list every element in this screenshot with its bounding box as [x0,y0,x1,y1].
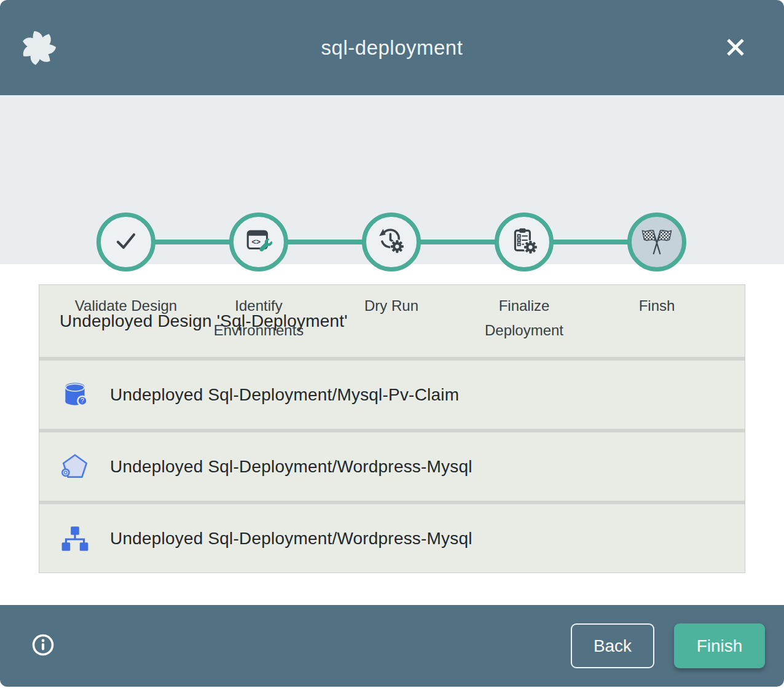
step-finish[interactable]: Finsh [590,213,723,343]
status-text: Undeployed Sql-Deployment/Wordpress-Mysq… [110,529,472,549]
modal-header: sql-deployment [0,0,784,95]
info-circle-icon [31,633,55,659]
status-row-wordpress-mysql-pod: Undeployed Sql-Deployment/Wordpress-Mysq… [39,429,745,501]
status-text: Undeployed Sql-Deployment/Mysql-Pv-Claim [110,385,459,405]
wizard-stepper: Validate Design <> I [0,95,784,264]
history-gear-icon [376,225,407,259]
step-dry-run[interactable]: Dry Run [325,213,458,343]
close-icon [723,34,748,62]
check-icon [111,226,141,258]
status-row-wordpress-mysql-tree: Undeployed Sql-Deployment/Wordpress-Mysq… [39,501,745,572]
svg-text:<>: <> [252,238,261,246]
database-question-icon: ? [60,380,90,410]
finish-button[interactable]: Finish [674,623,765,668]
tree-hierarchy-icon [60,523,90,554]
modal-footer: Back Finish [0,605,784,687]
step-finalize-deployment[interactable]: Finalize Deployment [458,213,590,343]
clipboard-gear-icon [509,225,539,259]
nirmata-spiral-logo-icon [20,29,57,66]
pod-pentagon-icon [60,451,90,482]
deployment-wizard-modal: sql-deployment Validate Design [0,0,784,691]
close-button[interactable] [721,34,750,62]
info-button[interactable] [31,634,55,658]
step-validate-design[interactable]: Validate Design [60,213,192,343]
modal-title: sql-deployment [0,36,784,60]
status-text: Undeployed Sql-Deployment/Wordpress-Mysq… [110,457,472,477]
svg-text:?: ? [80,397,84,404]
status-row-mysql-pv-claim: ? Undeployed Sql-Deployment/Mysql-Pv-Cla… [39,357,745,429]
back-button[interactable]: Back [571,623,654,668]
code-window-wrench-icon: <> [243,225,274,259]
step-identify-environments[interactable]: <> Identify Environments [192,213,325,343]
checkered-flags-icon [640,224,674,260]
bottom-gap [0,687,784,691]
